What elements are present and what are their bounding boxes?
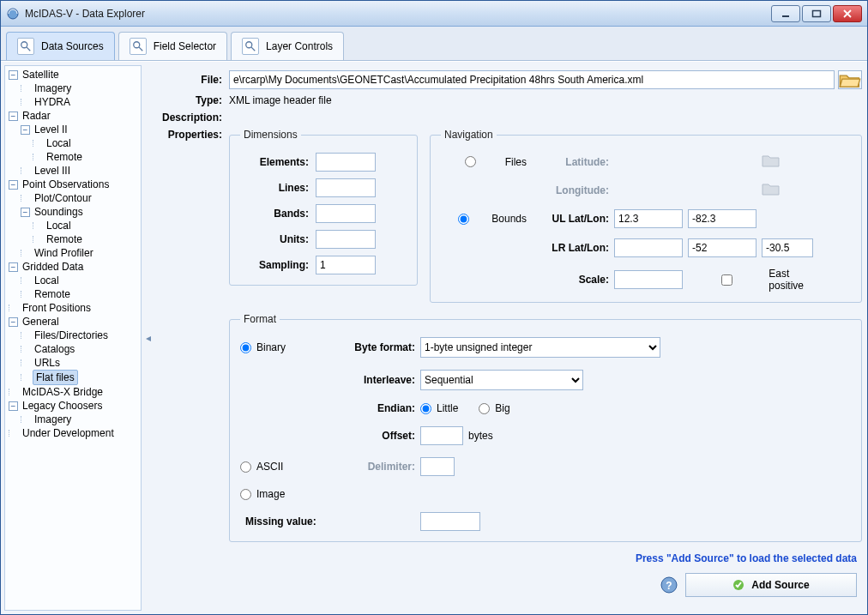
- east-positive-checkbox[interactable]: [691, 274, 763, 286]
- minimize-button[interactable]: [771, 5, 800, 22]
- tree-node-level2[interactable]: Level II: [33, 123, 69, 136]
- nav-files-label: Files: [505, 156, 527, 168]
- endian-big-radio[interactable]: [479, 403, 490, 414]
- nav-files-radio[interactable]: [441, 156, 500, 167]
- tab-field-selector[interactable]: Field Selector: [118, 32, 227, 60]
- help-icon[interactable]: ?: [660, 576, 678, 594]
- nav-bounds-radio[interactable]: [441, 214, 486, 225]
- tree-leaf[interactable]: Imagery: [33, 81, 73, 95]
- lr-lon-input[interactable]: [762, 238, 813, 257]
- tree-toggle[interactable]: −: [9, 317, 18, 327]
- tree-toggle[interactable]: −: [9, 112, 18, 121]
- svg-rect-1: [782, 15, 789, 17]
- navigation-group: Navigation Files Latitude: Longitude: Bo…: [430, 129, 862, 303]
- lr-extra-input[interactable]: [614, 238, 683, 257]
- tree-toggle[interactable]: −: [9, 401, 18, 411]
- scale-input[interactable]: [614, 270, 683, 289]
- tree-node-satellite[interactable]: Satellite: [21, 68, 61, 81]
- ul-lat-input[interactable]: [614, 209, 683, 228]
- magnifier-icon: [242, 38, 259, 55]
- tree-leaf[interactable]: URLs: [33, 356, 62, 370]
- main-tabs: Data Sources Field Selector Layer Contro…: [1, 27, 867, 61]
- add-source-button[interactable]: Add Source: [685, 573, 857, 597]
- tree-toggle[interactable]: −: [9, 180, 18, 190]
- missing-input[interactable]: [420, 512, 480, 531]
- svg-text:?: ?: [666, 580, 672, 592]
- tree-toggle[interactable]: −: [9, 262, 18, 272]
- tree-node-soundings[interactable]: Soundings: [33, 205, 85, 219]
- tree-leaf[interactable]: Files/Directories: [33, 329, 110, 342]
- lines-input[interactable]: [316, 178, 376, 197]
- tree-leaf[interactable]: Local: [45, 219, 73, 232]
- file-input[interactable]: [229, 70, 835, 89]
- units-input[interactable]: [316, 230, 376, 249]
- delimiter-label: Delimiter:: [335, 461, 420, 473]
- tree-leaf[interactable]: HYDRA: [33, 95, 72, 109]
- longitude-label: Longitude:: [532, 184, 609, 196]
- splitter-handle[interactable]: ◂: [145, 62, 152, 614]
- offset-input[interactable]: [420, 426, 463, 445]
- tree-leaf[interactable]: Local: [45, 136, 73, 150]
- type-label: Type:: [152, 94, 229, 106]
- tree-leaf[interactable]: Wind Profiler: [33, 246, 95, 260]
- interleave-select[interactable]: Sequential: [420, 370, 583, 390]
- tree-node-under-dev[interactable]: Under Development: [21, 426, 116, 440]
- format-binary-radio[interactable]: [240, 342, 251, 353]
- maximize-button[interactable]: [802, 5, 831, 22]
- titlebar: McIDAS-V - Data Explorer: [1, 1, 867, 27]
- interleave-label: Interleave:: [335, 374, 420, 386]
- byte-format-select[interactable]: 1-byte unsigned integer: [420, 337, 660, 358]
- tab-layer-controls[interactable]: Layer Controls: [231, 32, 344, 60]
- offset-unit: bytes: [468, 430, 493, 442]
- tab-data-sources[interactable]: Data Sources: [6, 32, 115, 60]
- sampling-input[interactable]: [316, 256, 376, 274]
- bands-input[interactable]: [316, 204, 376, 223]
- tree-node-legacy[interactable]: Legacy Choosers: [21, 399, 104, 413]
- chooser-tree: −Satellite Imagery HYDRA −Radar −Level I…: [4, 65, 142, 611]
- format-ascii-radio[interactable]: [240, 461, 251, 473]
- endian-little-label: Little: [437, 402, 458, 414]
- scale-label: Scale:: [532, 274, 609, 286]
- tab-label: Field Selector: [154, 40, 216, 52]
- tree-leaf[interactable]: Plot/Contour: [33, 191, 93, 205]
- tree-node-radar[interactable]: Radar: [21, 109, 52, 123]
- tree-leaf[interactable]: Remote: [33, 287, 72, 301]
- byte-format-label: Byte format:: [335, 341, 420, 353]
- sampling-label: Sampling:: [240, 259, 309, 271]
- window-title: McIDAS-V - Data Explorer: [25, 8, 771, 20]
- tree-node-mcidasx[interactable]: McIDAS-X Bridge: [21, 385, 105, 399]
- magnifier-icon: [17, 38, 34, 55]
- delimiter-input[interactable]: [420, 457, 455, 476]
- magnifier-icon: [130, 38, 147, 55]
- format-image-radio[interactable]: [240, 489, 251, 500]
- tree-toggle[interactable]: −: [21, 208, 30, 217]
- format-group: Format Binary Byte format: 1-byte unsign…: [229, 313, 862, 542]
- close-button[interactable]: [833, 5, 862, 22]
- tree-leaf[interactable]: Imagery: [33, 413, 73, 426]
- tree-toggle[interactable]: −: [21, 125, 30, 135]
- tree-leaf[interactable]: Catalogs: [33, 342, 76, 356]
- tree-node-general[interactable]: General: [21, 315, 61, 329]
- svg-point-4: [133, 42, 139, 48]
- units-label: Units:: [240, 233, 309, 245]
- app-window: McIDAS-V - Data Explorer Data Sources Fi…: [0, 0, 868, 615]
- endian-label: Endian:: [335, 402, 420, 414]
- load-hint: Press "Add Source" to load the selected …: [152, 552, 857, 564]
- endian-little-radio[interactable]: [420, 403, 431, 414]
- lr-lat-input[interactable]: [688, 238, 756, 257]
- tree-node-gridded[interactable]: Gridded Data: [21, 260, 85, 274]
- tree-node-point-obs[interactable]: Point Observations: [21, 178, 111, 191]
- svg-point-0: [8, 9, 18, 19]
- tree-toggle[interactable]: −: [9, 70, 18, 80]
- ul-lon-input[interactable]: [688, 209, 756, 228]
- tree-leaf-flat-files[interactable]: Flat files: [33, 370, 78, 385]
- tree-leaf[interactable]: Level III: [33, 164, 72, 178]
- tree-leaf[interactable]: Remote: [45, 232, 84, 246]
- tree-leaf[interactable]: Local: [33, 274, 61, 287]
- folder-open-icon: [839, 71, 861, 89]
- elements-input[interactable]: [316, 153, 376, 172]
- tree-node-front[interactable]: Front Positions: [21, 301, 93, 315]
- browse-file-button[interactable]: [838, 70, 862, 89]
- format-binary-label: Binary: [256, 341, 286, 353]
- tree-leaf[interactable]: Remote: [45, 150, 84, 164]
